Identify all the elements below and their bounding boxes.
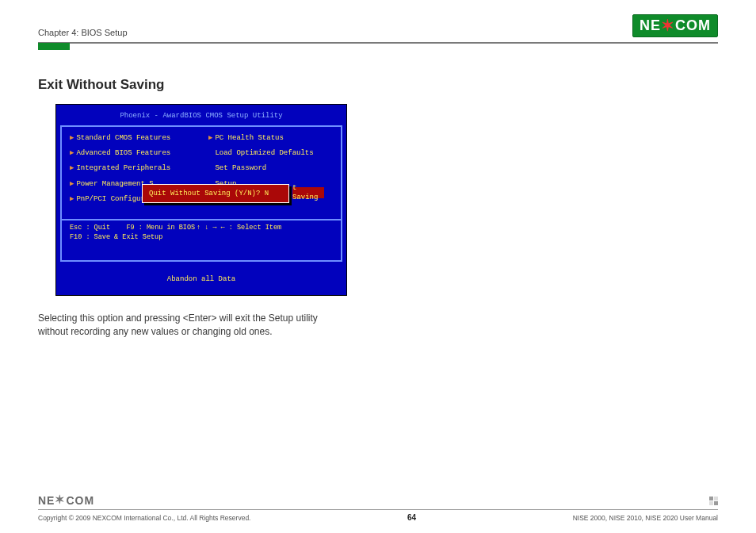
bios-overlay-text: t Saving xyxy=(292,183,324,202)
bios-item-label: Load Optimized Defaults xyxy=(215,149,313,157)
bios-menu-item: ▶Advanced BIOS Features xyxy=(70,148,194,158)
bios-help-area: Esc : Quit F9 : Menu in BIOS ↑ ↓ → ← : S… xyxy=(70,224,333,242)
manual-title: NISE 2000, NISE 2010, NISE 2020 User Man… xyxy=(573,514,718,522)
copyright-text: Copyright © 2009 NEXCOM International Co… xyxy=(38,514,250,522)
bios-item-label: Standard CMOS Features xyxy=(76,134,170,142)
bios-item-label: Advanced BIOS Features xyxy=(76,149,170,157)
bios-menu-item: ▶Set Password xyxy=(208,163,333,173)
bios-item-label: Set Password xyxy=(215,164,266,172)
triangle-right-icon: ▶ xyxy=(70,149,74,157)
section-heading: Exit Without Saving xyxy=(38,77,718,93)
triangle-right-icon: ▶ xyxy=(70,180,74,188)
bios-utility-title: Phoenix - AwardBIOS CMOS Setup Utility xyxy=(60,108,342,125)
logo-text-com: COM xyxy=(66,494,94,507)
bios-dialog-text: Quit Without Saving (Y/N)? N xyxy=(149,189,269,198)
triangle-right-icon: ▶ xyxy=(70,164,74,172)
bios-menu-item: ▶Standard CMOS Features xyxy=(70,133,194,143)
bios-help-text: F10 : Save & Exit Setup xyxy=(70,233,162,242)
bios-menu-item: ▶PC Health Status xyxy=(208,133,333,143)
brand-logo-bottom: NE✶COM xyxy=(38,494,94,507)
logo-text-ne: NE xyxy=(640,17,661,34)
section-description: Selecting this option and pressing <Ente… xyxy=(38,312,339,339)
bios-quit-dialog: Quit Without Saving (Y/N)? N xyxy=(142,184,289,203)
bios-help-text: F9 : Menu in BIOS xyxy=(126,224,195,232)
decorative-squares-icon xyxy=(709,497,718,505)
header-rule xyxy=(38,42,718,44)
bios-menu-item: ▶Load Optimized Defaults xyxy=(208,148,333,158)
bios-saving-overlay: t Saving xyxy=(292,187,324,198)
triangle-right-icon: ▶ xyxy=(70,195,74,203)
page-number: 64 xyxy=(407,513,416,522)
bios-item-label: PC Health Status xyxy=(215,134,283,142)
bios-menu-item: ▶Integrated Peripherals xyxy=(70,163,194,173)
bios-help-text: Esc : Quit xyxy=(70,224,110,232)
chapter-title: Chapter 4: BIOS Setup xyxy=(38,28,128,37)
bios-help-text: ↑ ↓ → ← : Select Item xyxy=(197,224,281,232)
bios-item-label: Integrated Peripherals xyxy=(76,164,170,172)
bios-footer-message: Abandon all Data xyxy=(60,262,342,284)
triangle-right-icon: ▶ xyxy=(208,134,212,142)
brand-logo-top: NE✶COM xyxy=(632,14,718,37)
bios-screenshot: Phoenix - AwardBIOS CMOS Setup Utility ▶… xyxy=(55,104,347,296)
page-accent-tab xyxy=(38,43,70,50)
triangle-right-icon: ▶ xyxy=(70,134,74,142)
logo-text-com: COM xyxy=(675,17,711,34)
bios-frame-divider xyxy=(62,219,341,220)
logo-text-ne: NE xyxy=(38,494,55,507)
